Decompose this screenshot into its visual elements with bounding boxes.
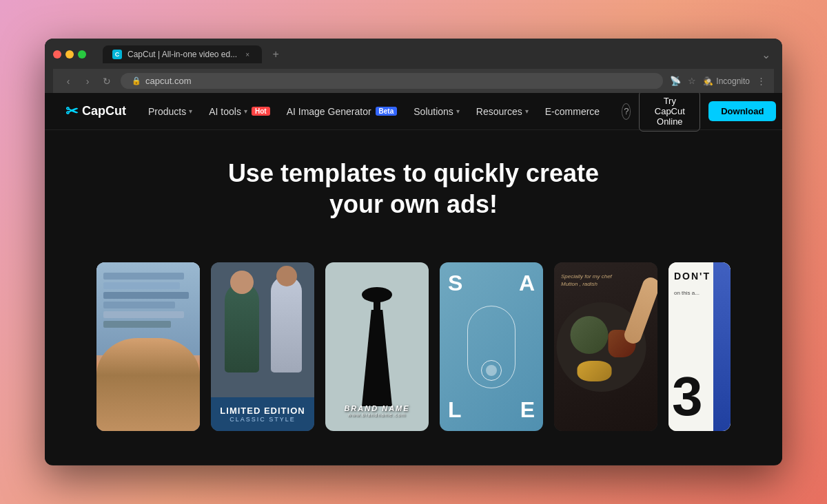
hero-section: Use templates to quickly create your own… (45, 130, 782, 262)
try-online-button[interactable]: Try CapCut Online (639, 93, 700, 132)
nav-buttons: ‹ › ↻ (61, 76, 114, 87)
person-2-head (276, 266, 297, 286)
template-card-6[interactable]: DON'T on this a... 3 (668, 262, 731, 431)
hero-title: Use templates to quickly create your own… (207, 158, 620, 220)
nav-bar: ✂ CapCut Products ▾ AI tools ▾ Hot AI I (45, 93, 782, 130)
incognito-label: Incognito (716, 76, 750, 86)
card-5-bg: Specially for my chef Mutton , radish (554, 262, 657, 431)
ai-image-label: AI Image Generator (287, 106, 371, 117)
template-cards-container: LIMITED EDITION CLASSIC STYLE (45, 262, 782, 431)
close-window-button[interactable] (53, 50, 61, 59)
url-text: capcut.com (145, 76, 191, 86)
card-2-overlay: LIMITED EDITION CLASSIC STYLE (211, 397, 314, 431)
card-4-bg: S A L E (440, 262, 543, 431)
maximize-window-button[interactable] (78, 50, 86, 59)
kebab-menu-icon[interactable]: ⋮ (757, 76, 766, 86)
resources-chevron-icon: ▾ (525, 107, 529, 115)
classic-style-text: CLASSIC STYLE (219, 416, 306, 423)
brand-text-area: BRAND NAME www.brandname.com (325, 404, 429, 417)
blue-strip (713, 262, 731, 431)
lock-icon: 🔒 (132, 76, 141, 85)
ecommerce-label: E-commerce (545, 106, 600, 117)
logo-text: CapCut (82, 104, 126, 118)
solutions-chevron-icon: ▾ (456, 107, 460, 115)
sale-letter-l: L (448, 397, 462, 423)
template-card-1[interactable] (96, 262, 200, 431)
dress-shape (358, 310, 396, 406)
person-2-silhouette (271, 276, 302, 372)
capcut-logo-icon: ✂ (65, 103, 78, 120)
browser-chrome: C CapCut | All-in-one video ed... × + ⌄ … (45, 39, 782, 93)
tab-favicon: C (112, 50, 122, 59)
template-card-3[interactable]: BRAND NAME www.brandname.com (325, 262, 429, 431)
help-icon: ? (624, 106, 629, 116)
food-item-1 (571, 316, 609, 354)
restaurant-text: Specially for my chef Mutton , radish (561, 273, 612, 288)
brand-url-text: www.brandname.com (325, 412, 429, 417)
traffic-lights (53, 50, 86, 59)
sale-letter-e: E (520, 397, 535, 423)
tab-title: CapCut | All-in-one video ed... (127, 50, 237, 59)
resources-label: Resources (476, 106, 522, 117)
active-tab[interactable]: C CapCut | All-in-one video ed... × (103, 45, 262, 63)
solutions-nav-item[interactable]: Solutions ▾ (414, 106, 460, 117)
tab-bar: C CapCut | All-in-one video ed... × + (103, 45, 284, 63)
sale-bottom: L E (448, 397, 535, 423)
tab-expand-button[interactable]: ⌄ (757, 46, 774, 63)
sale-letter-a: A (519, 271, 535, 296)
solutions-label: Solutions (414, 106, 453, 117)
website-content: ✂ CapCut Products ▾ AI tools ▾ Hot AI I (45, 93, 782, 465)
incognito-icon: 🕵 (703, 76, 713, 86)
products-chevron-icon: ▾ (189, 107, 192, 115)
products-nav-item[interactable]: Products ▾ (148, 106, 192, 117)
title-bar: C CapCut | All-in-one video ed... × + ⌄ (53, 45, 774, 63)
nav-links: Products ▾ AI tools ▾ Hot AI Image Gener… (148, 106, 600, 117)
forward-button[interactable]: › (81, 76, 94, 87)
refresh-button[interactable]: ↻ (100, 76, 114, 87)
person-1-silhouette (225, 283, 259, 372)
sale-top: S A (448, 271, 535, 296)
resources-nav-item[interactable]: Resources ▾ (476, 106, 529, 117)
help-button[interactable]: ? (622, 103, 631, 120)
template-card-4[interactable]: S A L E (440, 262, 543, 431)
food-item-3 (578, 361, 612, 381)
card-1-person (96, 338, 200, 431)
dress-figure (358, 287, 396, 406)
beta-badge: Beta (376, 107, 398, 116)
ai-tools-chevron-icon: ▾ (244, 107, 247, 115)
hat-shape (362, 287, 392, 302)
nav-right: ? Try CapCut Online Download (622, 93, 776, 132)
back-button[interactable]: ‹ (61, 76, 75, 87)
brand-main-text: BRAND NAME (325, 404, 429, 412)
incognito-badge: 🕵 Incognito (703, 76, 750, 86)
sale-letter-s: S (448, 271, 462, 296)
ai-tools-label: AI tools (209, 106, 241, 117)
minimize-window-button[interactable] (65, 50, 74, 59)
hot-badge: Hot (252, 107, 270, 116)
logo-link[interactable]: ✂ CapCut (65, 103, 126, 120)
url-field[interactable]: 🔒 capcut.com (121, 73, 663, 89)
cast-icon[interactable]: 📡 (670, 76, 681, 86)
card-6-bg: DON'T on this a... 3 (668, 262, 731, 431)
ai-image-nav-item[interactable]: AI Image Generator Beta (287, 106, 398, 117)
products-label: Products (148, 106, 186, 117)
new-tab-button[interactable]: + (267, 46, 284, 63)
bookmark-icon[interactable]: ☆ (688, 76, 696, 86)
ecommerce-nav-item[interactable]: E-commerce (545, 106, 600, 117)
download-button[interactable]: Download (708, 101, 776, 121)
ai-tools-nav-item[interactable]: AI tools ▾ Hot (209, 106, 269, 117)
browser-window: C CapCut | All-in-one video ed... × + ⌄ … (45, 39, 782, 465)
number-3-text: 3 (672, 369, 703, 424)
template-card-2[interactable]: LIMITED EDITION CLASSIC STYLE (211, 262, 314, 431)
address-bar: ‹ › ↻ 🔒 capcut.com 📡 ☆ 🕵 Incognito ⋮ (53, 69, 774, 93)
sale-letters-overlay: S A L E (440, 262, 543, 431)
tab-close-button[interactable]: × (243, 50, 252, 59)
card-1-bg (96, 262, 200, 431)
address-bar-right: 📡 ☆ 🕵 Incognito ⋮ (670, 76, 766, 86)
person-1-head (230, 271, 254, 294)
template-card-5[interactable]: Specially for my chef Mutton , radish (554, 262, 657, 431)
limited-edition-text: LIMITED EDITION (219, 406, 306, 416)
